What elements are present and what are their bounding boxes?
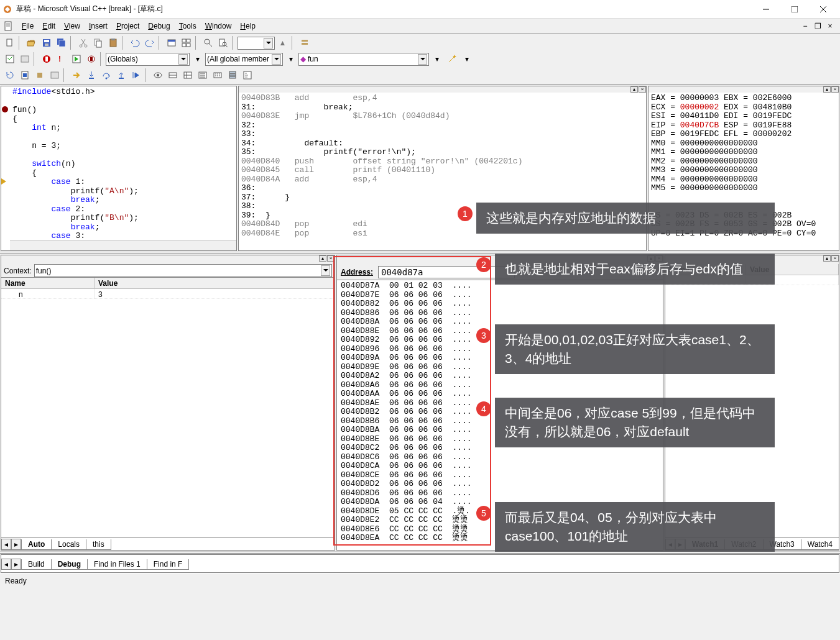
save-icon[interactable] (39, 36, 53, 50)
col-name[interactable]: Name (1, 278, 95, 288)
quickwatch-icon[interactable] (150, 68, 165, 82)
watch-icon[interactable] (165, 68, 180, 82)
menu-file[interactable]: File (17, 21, 38, 32)
pane-close-icon[interactable]: × (327, 255, 335, 262)
menu-project[interactable]: Project (112, 21, 144, 32)
registers-icon[interactable] (195, 68, 210, 82)
svg-rect-43 (214, 73, 221, 78)
h-scroll[interactable] (1, 240, 236, 250)
mdi-close-icon[interactable]: × (824, 21, 836, 31)
minimize-button[interactable] (752, 0, 780, 19)
execute-icon[interactable]: ! (54, 52, 68, 66)
window-list-icon[interactable] (179, 36, 193, 50)
combo-dd2-icon[interactable]: ▾ (284, 52, 298, 66)
gutter[interactable] (1, 86, 10, 250)
pane-min-icon[interactable]: ▴ (630, 86, 638, 93)
tab-watch4[interactable]: Watch4 (801, 539, 839, 550)
pane-min-icon[interactable]: ▴ (319, 255, 326, 262)
menu-window[interactable]: Window (201, 21, 236, 32)
tab-findfiles1[interactable]: Find in Files 1 (87, 559, 147, 570)
tab-build[interactable]: Build (21, 559, 52, 570)
pane-close-icon[interactable]: × (831, 86, 839, 93)
wand2-icon[interactable]: ▾ (459, 52, 474, 66)
pane-min-icon[interactable]: ▴ (823, 255, 831, 262)
break-icon[interactable] (32, 68, 47, 82)
compile-icon[interactable] (2, 52, 17, 66)
copy-icon[interactable] (91, 36, 105, 50)
tab-this[interactable]: this (86, 539, 111, 550)
mdi-restore-icon[interactable]: ❐ (812, 21, 823, 31)
menu-view[interactable]: View (60, 21, 85, 32)
build-icon[interactable] (297, 36, 312, 50)
context-combo[interactable]: fun() (34, 264, 332, 277)
source-code[interactable]: #include<stdio.h> fun() { int n; n = 3; … (1, 86, 236, 240)
globals-label: (Globals) (108, 55, 138, 63)
workspace-icon[interactable] (164, 36, 178, 50)
callstack-icon[interactable] (225, 68, 239, 82)
app-icon (2, 4, 12, 14)
mdi-minimize-icon[interactable]: − (800, 21, 811, 31)
step-out-icon[interactable] (114, 68, 128, 82)
func-combo[interactable]: ◆fun (298, 53, 429, 66)
cut-icon[interactable] (76, 36, 90, 50)
undo-icon[interactable] (127, 36, 142, 50)
tab-right-icon[interactable]: ▸ (11, 539, 21, 550)
menu-insert[interactable]: Insert (85, 21, 112, 32)
tab-right-icon[interactable]: ▸ (11, 559, 21, 570)
var-row[interactable]: n 3 (1, 289, 335, 299)
tab-left-icon[interactable]: ◂ (1, 539, 11, 550)
svg-rect-45 (229, 74, 236, 76)
breakpoint-icon[interactable] (84, 52, 98, 66)
redo-icon[interactable] (142, 36, 157, 50)
var-value: 3 (95, 289, 335, 299)
combo-dd1-icon[interactable]: ▾ (190, 52, 205, 66)
step-into-icon[interactable] (84, 68, 98, 82)
stop-build-icon[interactable] (39, 52, 53, 66)
apply-icon[interactable] (47, 68, 62, 82)
stop-debug-icon[interactable] (17, 68, 32, 82)
pane-close-icon[interactable]: × (831, 255, 839, 262)
tab-debug[interactable]: Debug (51, 559, 88, 570)
open-icon[interactable] (24, 36, 39, 50)
context-value: fun() (36, 267, 52, 275)
build-all-icon[interactable] (17, 52, 32, 66)
restart-icon[interactable] (2, 68, 17, 82)
tab-left-icon[interactable]: ◂ (1, 559, 11, 570)
show-next-icon[interactable] (69, 68, 83, 82)
tab-findfiles2[interactable]: Find in F (147, 559, 190, 570)
combo-dd3-icon[interactable]: ▾ (430, 52, 444, 66)
breakpoint-marker-icon[interactable] (2, 106, 8, 112)
menu-tools[interactable]: Tools (175, 21, 201, 32)
pane-close-icon[interactable]: × (639, 86, 646, 93)
memory-icon[interactable] (210, 68, 224, 82)
disasm-icon[interactable] (240, 68, 254, 82)
paste-icon[interactable] (106, 36, 120, 50)
menu-debug[interactable]: Debug (144, 21, 174, 32)
pane-min-icon[interactable]: ▴ (823, 86, 831, 93)
svg-rect-14 (111, 39, 115, 40)
svg-rect-33 (37, 73, 42, 78)
variables-icon[interactable] (180, 68, 195, 82)
col-value[interactable]: Value (95, 278, 335, 288)
find-files-icon[interactable] (216, 36, 230, 50)
wand-icon[interactable] (445, 52, 459, 66)
run-to-icon[interactable] (129, 68, 143, 82)
variables-grid[interactable]: Name Value n 3 (1, 278, 335, 537)
close-button[interactable] (809, 0, 838, 19)
svg-rect-44 (229, 71, 236, 73)
find-icon[interactable] (201, 36, 215, 50)
step-over-icon[interactable] (99, 68, 113, 82)
tab-locals[interactable]: Locals (51, 539, 86, 550)
maximize-button[interactable] (780, 0, 809, 19)
annotation-5: 5 而最后又是04、05，分别对应大表中case100、101的地址 (495, 502, 775, 552)
menu-help[interactable]: Help (236, 21, 260, 32)
menu-edit[interactable]: Edit (38, 21, 60, 32)
find-combo[interactable] (238, 37, 275, 50)
svg-rect-46 (229, 76, 236, 78)
globals-combo[interactable]: (Globals) (106, 53, 190, 66)
tab-auto[interactable]: Auto (21, 539, 52, 550)
new-icon[interactable] (2, 36, 17, 50)
go-icon[interactable] (69, 52, 83, 66)
saveall-icon[interactable] (54, 36, 68, 50)
members-combo[interactable]: (All global member (205, 53, 283, 66)
